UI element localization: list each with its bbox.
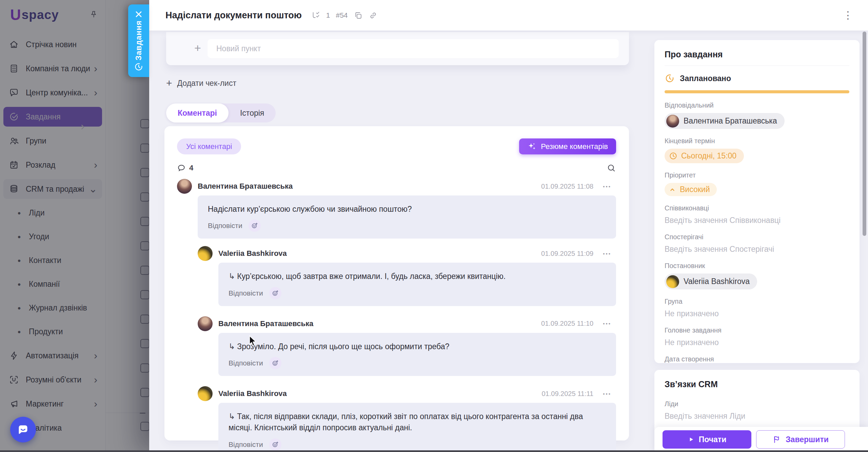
comment-item-reply: Валентина Браташевська 01.09.2025 11:10 … <box>198 316 616 376</box>
comment-menu-icon[interactable]: ••• <box>603 321 611 326</box>
new-checklist-item-input[interactable] <box>208 39 619 58</box>
search-icon[interactable] <box>607 163 616 173</box>
priority-label: Пріоритет <box>665 171 849 179</box>
comment-text: ↳Кур’єрською, щоб завтра вже отримали. І… <box>229 271 606 282</box>
app-window: U spacy Стрічка новин Компанія та люди ›… <box>0 0 868 452</box>
add-reaction-button[interactable] <box>269 438 281 451</box>
subtasks-icon[interactable] <box>311 11 320 20</box>
avatar <box>198 246 213 261</box>
comment-bubble: ↳Зрозуміло. До речі, після цього ще щось… <box>218 333 616 376</box>
comment-actions: Відповісти <box>208 220 606 232</box>
avatar <box>198 316 213 331</box>
kebab-menu-icon[interactable]: ⋮ <box>843 12 853 18</box>
comment-header: Валентина Браташевська 01.09.2025 11:08 … <box>198 179 616 194</box>
reply-button[interactable]: Відповісти <box>229 440 263 449</box>
created-date-label: Дата створення <box>665 355 849 363</box>
emoji-add-icon <box>271 440 279 449</box>
emoji-add-icon <box>251 222 259 230</box>
comment-author: Валентина Браташевська <box>198 182 293 191</box>
tab-comments[interactable]: Коментарі <box>166 103 229 123</box>
summarize-comments-button[interactable]: Резюме коментарів <box>519 138 616 154</box>
chat-bubble-icon <box>16 423 30 436</box>
avatar <box>666 115 679 128</box>
close-icon[interactable] <box>134 10 143 19</box>
assignee-name: Валентина Браташевська <box>684 116 777 126</box>
vertical-scrollbar-thumb[interactable] <box>863 32 866 236</box>
flag-icon <box>772 435 781 444</box>
checklist-card: + <box>166 32 629 65</box>
details-title: Про завдання <box>665 50 849 66</box>
tab-history[interactable]: Історія <box>229 103 276 123</box>
comment-menu-icon[interactable]: ••• <box>603 184 611 189</box>
comment-bubble: ↳Так, після відправки склади, пліз, коро… <box>218 403 616 452</box>
comment-timestamp: 01.09.2025 11:08 <box>541 183 593 190</box>
author-label: Постановник <box>665 262 849 270</box>
task-header: Надіслати документи поштою 1 #54 ⋮ <box>149 0 868 31</box>
comments-toolbar: Усі коментарі Резюме коментарів <box>177 138 616 154</box>
clock-status-icon <box>665 73 675 83</box>
plus-icon[interactable]: + <box>193 43 202 53</box>
subtask-count: 1 <box>326 11 330 19</box>
finish-task-button[interactable]: Завершити <box>756 430 845 449</box>
add-reaction-button[interactable] <box>249 220 261 232</box>
reply-button[interactable]: Відповісти <box>208 222 242 230</box>
summarize-label: Резюме коментарів <box>541 142 608 151</box>
add-reaction-button[interactable] <box>269 357 281 369</box>
comment-timestamp: 01.09.2025 11:10 <box>541 320 593 327</box>
slideover-tab-label: Завдання <box>134 20 143 60</box>
comment-timestamp: 01.09.2025 11:11 <box>542 390 594 398</box>
add-checklist-button[interactable]: + Додати чек-лист <box>166 78 236 88</box>
comment-author: Валентина Браташевська <box>218 319 313 328</box>
leads-label: Ліди <box>665 400 849 408</box>
comment-author: Valeriia Bashkirova <box>218 249 287 258</box>
author-name: Valeriia Bashkirova <box>684 277 750 286</box>
emoji-add-icon <box>271 289 279 297</box>
comment-item: Валентина Браташевська 01.09.2025 11:08 … <box>177 179 616 239</box>
comment-menu-icon[interactable]: ••• <box>603 391 611 397</box>
task-action-bar: Почати Завершити <box>654 427 868 452</box>
coexecutors-label: Співвиконавці <box>665 204 849 212</box>
comment-text: ↳Так, після відправки склади, пліз, коро… <box>229 411 606 434</box>
reply-button[interactable]: Відповісти <box>229 359 263 367</box>
comment-actions: Відповісти <box>229 357 606 369</box>
task-content: + + Додати чек-лист Коментарі Історія Ус… <box>149 31 868 452</box>
slideover-tab-tasks[interactable]: Завдання <box>128 4 149 77</box>
chat-fab[interactable] <box>10 417 36 442</box>
deadline-value: Сьогодні, 15:00 <box>681 151 736 161</box>
clock-icon <box>669 151 678 161</box>
coexecutors-placeholder[interactable]: Введіть значення Співвиконавці <box>665 216 849 225</box>
start-task-button[interactable]: Почати <box>663 430 751 449</box>
priority-value: Високий <box>680 185 710 194</box>
comments-count-row: 4 <box>177 163 616 173</box>
deadline-chip[interactable]: Сьогодні, 15:00 <box>665 149 744 163</box>
parent-task-value[interactable]: Не призначено <box>665 338 849 347</box>
mouse-cursor <box>248 335 258 348</box>
status-row[interactable]: Заплановано <box>665 73 849 83</box>
comment-bubble-icon <box>177 164 186 172</box>
chevron-up-icon <box>669 186 676 193</box>
add-reaction-button[interactable] <box>269 287 281 299</box>
reply-arrow-icon: ↳ <box>229 342 235 351</box>
leads-placeholder[interactable]: Введіть значення Ліди <box>665 412 849 421</box>
priority-chip[interactable]: Високий <box>665 183 717 196</box>
copy-icon[interactable] <box>354 11 363 20</box>
link-icon[interactable] <box>369 11 378 20</box>
group-value[interactable]: Не призначено <box>665 309 849 318</box>
comment-item-reply: Valeriia Bashkirova 01.09.2025 11:09 •••… <box>198 246 616 306</box>
comments-count: 4 <box>189 164 193 172</box>
observers-placeholder[interactable]: Введіть значення Спостерігачі <box>665 245 849 254</box>
comment-menu-icon[interactable]: ••• <box>603 251 611 257</box>
task-id: #54 <box>336 11 348 19</box>
comment-text: Надіслати кур’єрською службою чи звичайн… <box>208 204 606 215</box>
comment-actions: Відповісти <box>229 438 606 451</box>
reply-button[interactable]: Відповісти <box>229 289 263 297</box>
modal-overlay[interactable] <box>0 0 149 452</box>
all-comments-filter-chip[interactable]: Усі коментарі <box>177 138 241 154</box>
assignee-chip[interactable]: Валентина Браташевська <box>665 113 785 129</box>
task-details-card: Про завдання Заплановано Відповідальний … <box>654 40 860 363</box>
task-title[interactable]: Надіслати документи поштою <box>165 10 302 21</box>
comment-header: Valeriia Bashkirova 01.09.2025 11:11 ••• <box>218 386 616 401</box>
comment-header: Валентина Браташевська 01.09.2025 11:10 … <box>218 316 616 331</box>
deadline-label: Кінцевий термін <box>665 137 849 145</box>
author-chip[interactable]: Valeriia Bashkirova <box>665 274 757 289</box>
